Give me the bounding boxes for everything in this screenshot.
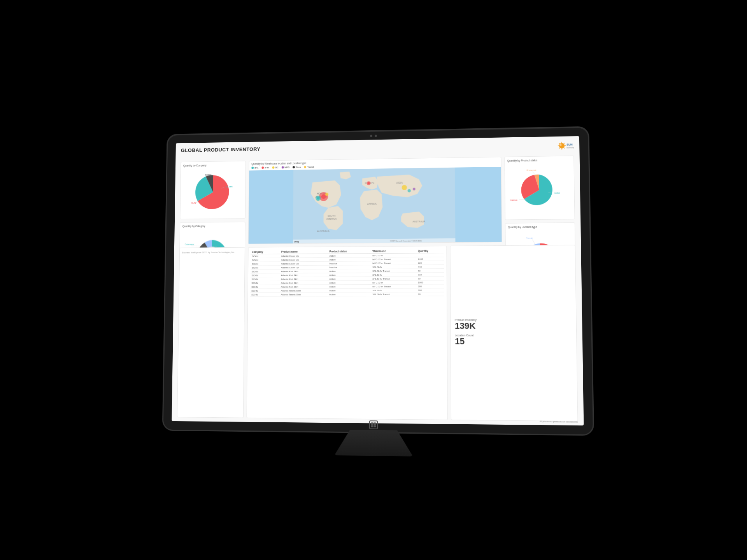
legend-mfg-label: MFG [284, 166, 289, 168]
table-cell: Atlantic Knit Skirt [280, 285, 328, 289]
col-warehouse: Warehouse [371, 249, 417, 254]
right-column: Quantity by Product status [504, 156, 575, 242]
table-cell: Atlantic Tennis Skirt [280, 289, 328, 292]
svg-text:SUN: SUN [191, 202, 196, 204]
table-cell: Active [328, 273, 371, 277]
windows-icon [371, 422, 376, 427]
table-cell: Atlantic Cover Up [280, 261, 328, 266]
bottom-left-spacer: Business Intelligence 365™ by Sunrise Te… [177, 247, 245, 418]
svg-line-8 [559, 148, 560, 149]
table-cell: SCHN [251, 281, 280, 285]
table-cell: Active [328, 277, 371, 281]
table-cell: SCHN [251, 273, 280, 277]
kpi-location: Location Count 15 [455, 334, 572, 347]
product-table: Company Product name Product status Ware… [250, 248, 444, 297]
table-row: SCHNAtlantic Tennis SkirtActive3PL SHN T… [250, 292, 444, 296]
table-cell: 220 [417, 261, 444, 265]
company-chart-title: Quantity by Company [183, 163, 243, 167]
dashboard-title: GLOBAL PRODUCT INVENTORY [181, 146, 260, 153]
col-company: Company [251, 250, 280, 254]
legend-3pm-label: 3PM [265, 166, 269, 169]
svg-line-6 [564, 148, 565, 149]
map-container: NORTH AMERICA SOUTH AMERICA EUROPE AFRIC… [249, 167, 502, 244]
camera-dot [370, 135, 372, 137]
logo-svg: SUN technologies [554, 141, 574, 153]
kpi-inventory: Product Inventory 139K [455, 318, 572, 331]
table-cell: Atlantic Cover Up [280, 265, 328, 270]
svg-text:© 2017 Microsoft Corporation  : © 2017 Microsoft Corporation © 2017 HERE [390, 240, 422, 242]
legend-3pl-dot [251, 167, 254, 169]
svg-text:Transit: Transit [526, 237, 533, 239]
table-cell: 760 [417, 288, 444, 292]
table-cell: Inactive [328, 261, 371, 266]
table-cell: SCHN [250, 292, 280, 296]
table-cell: Atlantic Knit Skirt [280, 281, 328, 285]
svg-text:technologies: technologies [566, 147, 574, 149]
legend-3pm-dot [261, 166, 264, 169]
table-cell: 1900 [417, 280, 444, 284]
svg-text:Phase out: Phase out [526, 169, 537, 171]
legend-dc-dot [272, 166, 275, 169]
svg-text:AMERICA: AMERICA [326, 218, 337, 220]
logo-area: SUN technologies [554, 141, 574, 153]
col-product-name: Product name [280, 249, 328, 254]
product-status-title: Quantity by Product status [507, 158, 572, 162]
company-chart-panel: Quantity by Company [180, 161, 246, 219]
table-cell: MFG Xi'an Transit [371, 284, 417, 288]
mic-dot [375, 135, 377, 137]
table-cell: 50 [417, 276, 444, 280]
world-map-svg: NORTH AMERICA SOUTH AMERICA EUROPE AFRIC… [249, 167, 502, 244]
table-cell: 280 [417, 284, 444, 288]
table-cell: Atlantic Knit Skirt [280, 277, 328, 281]
windows-button[interactable] [369, 420, 378, 429]
legend-transit-label: Transit [307, 166, 314, 168]
table-cell: 3PL SHN [371, 288, 417, 292]
dash-header: GLOBAL PRODUCT INVENTORY [181, 141, 574, 159]
table-cell: 3PL SHN [371, 265, 417, 269]
table-cell: MFG Xi'an Transit [371, 261, 417, 265]
svg-text:AUSTRALIA: AUSTRALIA [412, 220, 425, 222]
camera-bar [370, 135, 377, 137]
kpi-inventory-value: 139K [455, 321, 572, 331]
table-cell: SCHN [251, 285, 280, 289]
table-cell: MFG Xi'an [371, 280, 417, 284]
svg-line-5 [559, 143, 560, 144]
kpi-panel: Product Inventory 139K Location Count 15 [450, 245, 578, 422]
legend-store: Store [293, 166, 301, 168]
table-cell: Active [328, 269, 371, 273]
location-type-title: Quantity by Location type [508, 225, 572, 229]
table-cell: Atlantic Knit Skirt [280, 273, 328, 277]
table-cell: 3PL SHN [371, 273, 417, 276]
table-cell: SCHN [251, 258, 280, 262]
table-cell: Atlantic Knit Skirt [280, 269, 328, 273]
table-cell: 710 [417, 273, 444, 276]
legend-3pm: 3PM [261, 166, 269, 169]
svg-text:AUSTRALIA: AUSTRALIA [317, 230, 330, 232]
tablet-screen: GLOBAL PRODUCT INVENTORY [172, 136, 584, 425]
legend-mfg: MFG [282, 166, 290, 168]
svg-text:Inactive: Inactive [510, 199, 517, 201]
svg-line-7 [564, 143, 565, 144]
svg-text:bing: bing [294, 240, 299, 243]
svg-line-64 [532, 240, 535, 245]
table-cell: Active [328, 257, 371, 262]
table-cell: 2400 [417, 257, 444, 261]
legend-3pl: 3PL [251, 166, 258, 169]
legend-store-label: Store [296, 166, 301, 168]
table-cell: Active [328, 285, 371, 289]
table-cell: Atlantic Cover Up [280, 257, 328, 262]
table-cell: SCHN [250, 289, 280, 292]
table-cell: 3PL SHN Transit [371, 269, 417, 273]
product-status-pie-wrap: Active Inactive Phase out [507, 163, 572, 217]
legend-transit: Transit [304, 166, 314, 168]
table-cell: Active [328, 254, 372, 258]
company-pie-svg: SCHN SOBR SUN [186, 169, 239, 215]
left-column: Quantity by Company [179, 161, 246, 245]
table-cell: 80 [417, 292, 444, 296]
table-cell: MFG Xi'an Transit [371, 257, 417, 261]
table-cell: 3PL SHN Transit [371, 276, 417, 280]
svg-line-53 [532, 172, 535, 175]
table-cell: Inactive [328, 265, 371, 269]
col-quantity: Quantity [417, 248, 444, 253]
table-cell: Active [328, 289, 371, 292]
